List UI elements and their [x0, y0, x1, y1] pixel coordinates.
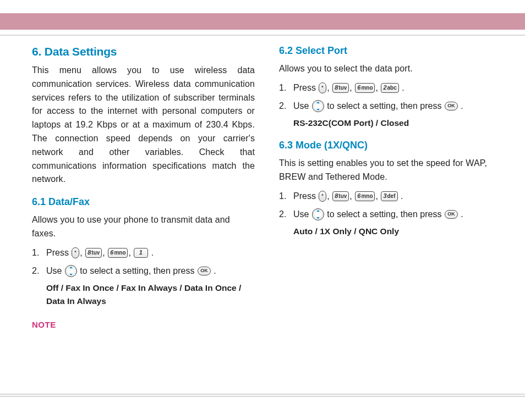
key-2-icon: 2abc [381, 83, 398, 93]
heading-6-3: 6.3 Mode (1X/QNC) [279, 140, 502, 151]
key-6-icon: 6mno [355, 83, 375, 93]
key-6-icon: 6mno [108, 248, 128, 258]
step-text: Press , 8tuv, 6mno, 2abc . [293, 80, 502, 95]
options-6-3: Auto / 1X Only / QNC Only [293, 225, 502, 238]
step-text: Use to select a setting, then press OK . [46, 263, 255, 278]
text: to select a setting, then press [327, 209, 444, 219]
step-6-3-2: 2. Use to select a setting, then press O… [279, 207, 502, 222]
text: to select a setting, then press [327, 101, 444, 110]
ok-key-icon: OK [198, 267, 211, 275]
right-column: 6.2 Select Port Allows you to select the… [279, 45, 502, 387]
comma: , [80, 248, 85, 257]
step-6-1-1: 1. Press , 8tuv, 6mno, 1 . [32, 245, 255, 260]
text: Press [46, 248, 71, 257]
step-6-3-1: 1. Press , 8tuv, 6mno, 3def . [279, 189, 502, 203]
divider-bottom-1 [0, 394, 525, 395]
note-label: NOTE [32, 320, 255, 329]
soft-key-icon [319, 191, 326, 202]
comma: , [327, 191, 332, 201]
para-6-3: This is setting enables you to set the s… [279, 157, 502, 184]
page-content: 6. Data Settings This menu allows you to… [32, 45, 502, 387]
soft-key-icon [72, 247, 79, 258]
comma: , [375, 191, 380, 201]
comma: , [327, 83, 332, 92]
key-8-icon: 8tuv [85, 248, 102, 258]
comma: , [349, 83, 354, 92]
text: to select a setting, then press [80, 266, 197, 275]
step-number: 2. [32, 263, 42, 278]
divider-top [0, 35, 525, 36]
steps-6-2: 1. Press , 8tuv, 6mno, 2abc . 2. Use to … [279, 80, 502, 130]
text: Use [293, 101, 311, 110]
step-text: Press , 8tuv, 6mno, 1 . [46, 245, 255, 260]
text: Use [46, 266, 64, 275]
divider-bottom-2 [0, 396, 525, 397]
step-6-1-2: 2. Use to select a setting, then press O… [32, 263, 255, 278]
heading-data-settings: 6. Data Settings [32, 45, 255, 58]
period: . [211, 266, 216, 275]
key-3-icon: 3def [381, 191, 397, 201]
step-number: 2. [279, 207, 289, 222]
step-text: Use to select a setting, then press OK . [293, 207, 502, 222]
ok-key-icon: OK [445, 102, 458, 110]
text: Press [293, 83, 318, 92]
header-bar [0, 13, 525, 30]
para-6-1: Allows you to use your phone to transmit… [32, 213, 255, 241]
text: Use [293, 209, 311, 219]
step-6-2-1: 1. Press , 8tuv, 6mno, 2abc . [279, 80, 502, 95]
ok-key-icon: OK [445, 210, 458, 219]
step-text: Use to select a setting, then press OK . [293, 98, 502, 113]
key-8-icon: 8tuv [332, 83, 349, 93]
comma: , [102, 248, 107, 257]
step-number: 2. [279, 98, 289, 113]
period: . [458, 101, 463, 110]
comma: , [128, 248, 133, 257]
options-6-2: RS-232C(COM Port) / Closed [293, 117, 502, 130]
step-6-2-2: 2. Use to select a setting, then press O… [279, 98, 502, 113]
comma: , [375, 83, 380, 92]
para-6-2: Allows you to select the data port. [279, 62, 502, 76]
left-column: 6. Data Settings This menu allows you to… [32, 45, 255, 387]
step-number: 1. [279, 80, 289, 95]
period: . [398, 191, 403, 201]
intro-paragraph: This menu allows you to use wireless dat… [32, 64, 255, 186]
nav-key-icon [312, 100, 324, 112]
step-number: 1. [279, 189, 289, 203]
period: . [458, 209, 463, 219]
text: Press [293, 191, 318, 201]
step-text: Press , 8tuv, 6mno, 3def . [293, 189, 502, 203]
period: . [149, 248, 154, 257]
heading-6-1: 6.1 Data/Fax [32, 196, 255, 208]
nav-key-icon [65, 265, 77, 277]
nav-key-icon [312, 208, 324, 220]
steps-6-3: 1. Press , 8tuv, 6mno, 3def . 2. Use to … [279, 189, 502, 238]
key-8-icon: 8tuv [332, 191, 349, 201]
options-6-1: Off / Fax In Once / Fax In Always / Data… [46, 281, 255, 308]
steps-6-1: 1. Press , 8tuv, 6mno, 1 . 2. Use to sel… [32, 245, 255, 308]
soft-key-icon [319, 82, 326, 93]
step-number: 1. [32, 245, 42, 260]
key-1-icon: 1 [134, 248, 148, 258]
comma: , [349, 191, 354, 201]
period: . [400, 83, 404, 92]
key-6-icon: 6mno [355, 191, 375, 201]
heading-6-2: 6.2 Select Port [279, 45, 502, 57]
